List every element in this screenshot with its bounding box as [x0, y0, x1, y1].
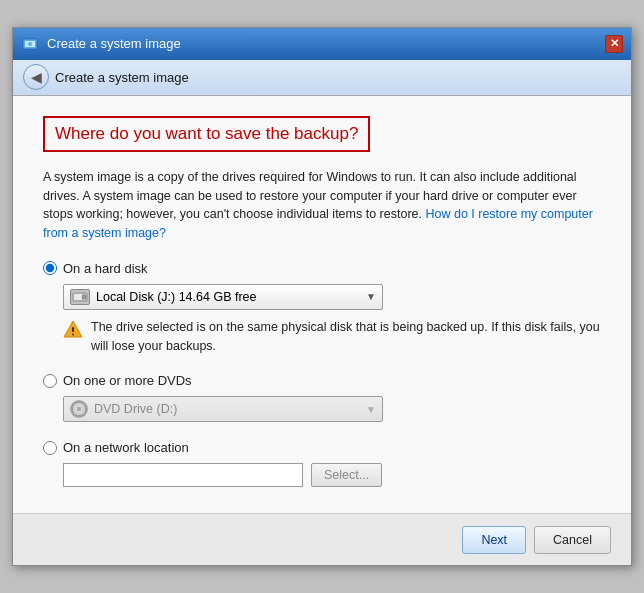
hard-disk-dropdown[interactable]: Local Disk (J:) 14.64 GB free ▼	[63, 284, 383, 310]
svg-point-8	[72, 333, 74, 335]
nav-bar: ◀ Create a system image	[13, 60, 631, 96]
next-button[interactable]: Next	[462, 526, 526, 554]
svg-point-5	[82, 295, 86, 299]
network-section: On a network location Select...	[43, 440, 601, 487]
hard-disk-dropdown-arrow: ▼	[366, 291, 376, 302]
dvd-dropdown-value: DVD Drive (D:)	[94, 402, 177, 416]
svg-rect-4	[74, 294, 82, 300]
back-arrow-icon: ◀	[31, 69, 42, 85]
hard-disk-section: On a hard disk Local Disk (J:) 14.64 GB …	[43, 261, 601, 356]
network-path-input[interactable]	[63, 463, 303, 487]
main-window: Create a system image ✕ ◀ Create a syste…	[12, 27, 632, 567]
hard-disk-radio[interactable]	[43, 261, 57, 275]
dvd-dropdown-arrow: ▼	[366, 404, 376, 415]
window-icon	[21, 35, 39, 53]
svg-point-2	[28, 42, 32, 46]
page-heading: Where do you want to save the backup?	[43, 116, 370, 152]
hard-disk-label: On a hard disk	[63, 261, 148, 276]
svg-rect-7	[72, 327, 74, 332]
dvd-icon	[70, 400, 88, 418]
dvd-radio-label[interactable]: On one or more DVDs	[43, 373, 601, 388]
hard-disk-dropdown-value: Local Disk (J:) 14.64 GB free	[96, 290, 256, 304]
back-button[interactable]: ◀	[23, 64, 49, 90]
hard-disk-radio-label[interactable]: On a hard disk	[43, 261, 601, 276]
network-label: On a network location	[63, 440, 189, 455]
dvd-label: On one or more DVDs	[63, 373, 192, 388]
title-bar: Create a system image ✕	[13, 28, 631, 60]
nav-title: Create a system image	[55, 70, 189, 85]
cancel-button[interactable]: Cancel	[534, 526, 611, 554]
network-radio[interactable]	[43, 441, 57, 455]
warning-icon	[63, 319, 83, 339]
footer: Next Cancel	[13, 513, 631, 565]
dvd-dropdown-row: DVD Drive (D:) ▼	[63, 396, 601, 422]
warning-row: The drive selected is on the same physic…	[63, 318, 601, 356]
dvd-section: On one or more DVDs DVD Drive (D:) ▼	[43, 373, 601, 422]
disk-icon	[70, 289, 90, 305]
hard-disk-dropdown-row: Local Disk (J:) 14.64 GB free ▼	[63, 284, 601, 310]
network-input-row: Select...	[63, 463, 601, 487]
window-title: Create a system image	[47, 36, 181, 51]
content-area: Where do you want to save the backup? A …	[13, 96, 631, 514]
dvd-dropdown[interactable]: DVD Drive (D:) ▼	[63, 396, 383, 422]
select-button[interactable]: Select...	[311, 463, 382, 487]
dvd-radio[interactable]	[43, 374, 57, 388]
network-radio-label[interactable]: On a network location	[43, 440, 601, 455]
description-text: A system image is a copy of the drives r…	[43, 168, 601, 243]
close-button[interactable]: ✕	[605, 35, 623, 53]
warning-text: The drive selected is on the same physic…	[91, 318, 601, 356]
